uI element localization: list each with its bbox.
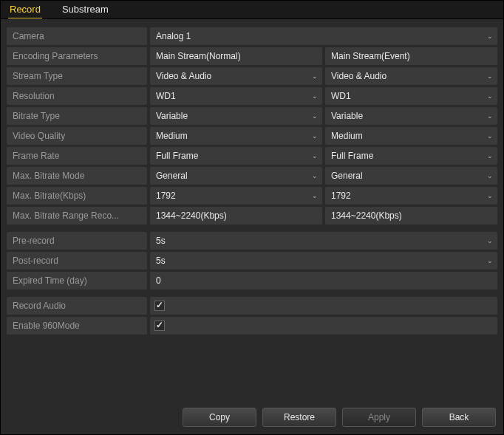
encoding-normal-value: Main Stream(Normal)	[156, 51, 241, 61]
max-bitrate-mode-event-select[interactable]: General ⌄	[325, 167, 497, 185]
chevron-down-icon: ⌄	[312, 152, 318, 160]
resolution-normal-value: WD1	[156, 91, 176, 101]
video-quality-event-select[interactable]: Medium ⌄	[325, 127, 497, 145]
tab-substream[interactable]: Substream	[61, 1, 110, 18]
chevron-down-icon: ⌄	[312, 132, 318, 140]
enable-960-checkbox[interactable]	[154, 321, 165, 331]
label-stream-type: Stream Type	[7, 67, 147, 85]
label-camera: Camera	[7, 27, 147, 45]
max-bitrate-mode-normal-value: General	[156, 171, 188, 181]
tab-record[interactable]: Record	[8, 1, 42, 18]
record-settings-window: Record Substream Camera Analog 1 ⌄ Encod…	[0, 0, 504, 435]
chevron-down-icon: ⌄	[312, 192, 318, 199]
bitrate-type-event-select[interactable]: Variable ⌄	[325, 107, 497, 125]
resolution-event-value: WD1	[331, 91, 351, 101]
camera-value: Analog 1	[156, 31, 191, 41]
stream-type-event-select[interactable]: Video & Audio ⌄	[325, 67, 497, 85]
max-bitrate-kbps-normal-value: 1792	[156, 191, 176, 201]
camera-select[interactable]: Analog 1 ⌄	[150, 27, 497, 45]
settings-form: Camera Analog 1 ⌄ Encoding Parameters Ma…	[7, 27, 497, 335]
button-bar: Copy Restore Apply Back	[1, 400, 503, 434]
video-quality-normal-value: Medium	[156, 131, 188, 141]
chevron-down-icon: ⌄	[487, 92, 493, 100]
max-bitrate-range-normal: 1344~2240(Kbps)	[150, 207, 322, 225]
content-area: Camera Analog 1 ⌄ Encoding Parameters Ma…	[1, 19, 503, 400]
resolution-normal-select[interactable]: WD1 ⌄	[150, 87, 322, 105]
label-resolution: Resolution	[7, 87, 147, 105]
post-record-value: 5s	[156, 256, 166, 266]
chevron-down-icon: ⌄	[487, 192, 493, 199]
chevron-down-icon: ⌄	[487, 237, 493, 244]
chevron-down-icon: ⌄	[312, 92, 318, 100]
frame-rate-event-select[interactable]: Full Frame ⌄	[325, 147, 497, 165]
resolution-event-select[interactable]: WD1 ⌄	[325, 87, 497, 105]
chevron-down-icon: ⌄	[487, 112, 493, 120]
label-max-bitrate-mode: Max. Bitrate Mode	[7, 167, 147, 185]
chevron-down-icon: ⌄	[487, 72, 493, 80]
label-video-quality: Video Quality	[7, 127, 147, 145]
label-max-bitrate-kbps: Max. Bitrate(Kbps)	[7, 187, 147, 205]
encoding-event-value: Main Stream(Event)	[331, 51, 410, 61]
restore-button[interactable]: Restore	[262, 408, 336, 427]
max-bitrate-mode-normal-select[interactable]: General ⌄	[150, 167, 322, 185]
label-record-audio: Record Audio	[7, 297, 147, 315]
label-max-bitrate-range: Max. Bitrate Range Reco...	[7, 207, 147, 225]
max-bitrate-range-normal-value: 1344~2240(Kbps)	[156, 210, 227, 221]
stream-type-normal-select[interactable]: Video & Audio ⌄	[150, 67, 322, 85]
back-button[interactable]: Back	[422, 408, 496, 427]
frame-rate-normal-value: Full Frame	[156, 151, 198, 161]
post-record-select[interactable]: 5s ⌄	[150, 252, 497, 270]
video-quality-normal-select[interactable]: Medium ⌄	[150, 127, 322, 145]
bitrate-type-normal-value: Variable	[156, 111, 188, 121]
chevron-down-icon: ⌄	[312, 172, 318, 179]
label-pre-record: Pre-record	[7, 232, 147, 250]
frame-rate-normal-select[interactable]: Full Frame ⌄	[150, 147, 322, 165]
max-bitrate-kbps-event-select[interactable]: 1792 ⌄	[325, 187, 497, 205]
record-audio-checkbox[interactable]	[154, 301, 165, 311]
frame-rate-event-value: Full Frame	[331, 151, 373, 161]
chevron-down-icon: ⌄	[312, 72, 318, 80]
label-expired-time: Expired Time (day)	[7, 272, 147, 290]
chevron-down-icon: ⌄	[487, 257, 493, 264]
pre-record-select[interactable]: 5s ⌄	[150, 232, 497, 250]
chevron-down-icon: ⌄	[487, 132, 493, 140]
encoding-normal-header: Main Stream(Normal)	[150, 47, 322, 65]
max-bitrate-kbps-normal-select[interactable]: 1792 ⌄	[150, 187, 322, 205]
bitrate-type-event-value: Variable	[331, 111, 363, 121]
video-quality-event-value: Medium	[331, 131, 363, 141]
chevron-down-icon: ⌄	[312, 112, 318, 120]
chevron-down-icon: ⌄	[487, 152, 493, 160]
encoding-event-header: Main Stream(Event)	[325, 47, 497, 65]
copy-button[interactable]: Copy	[183, 408, 256, 427]
label-enable-960: Enable 960Mode	[7, 317, 147, 335]
record-audio-field	[150, 297, 497, 315]
bitrate-type-normal-select[interactable]: Variable ⌄	[150, 107, 322, 125]
max-bitrate-kbps-event-value: 1792	[331, 191, 351, 201]
expired-time-input[interactable]: 0	[150, 272, 497, 290]
expired-time-value: 0	[156, 275, 161, 286]
tab-bar: Record Substream	[1, 1, 503, 19]
stream-type-event-value: Video & Audio	[331, 71, 386, 81]
pre-record-value: 5s	[156, 236, 166, 246]
apply-button[interactable]: Apply	[342, 408, 416, 427]
enable-960-field	[150, 317, 497, 335]
max-bitrate-mode-event-value: General	[331, 171, 363, 181]
label-bitrate-type: Bitrate Type	[7, 107, 147, 125]
label-post-record: Post-record	[7, 252, 147, 270]
max-bitrate-range-event-value: 1344~2240(Kbps)	[331, 210, 402, 221]
chevron-down-icon: ⌄	[487, 32, 493, 40]
max-bitrate-range-event: 1344~2240(Kbps)	[325, 207, 497, 225]
label-frame-rate: Frame Rate	[7, 147, 147, 165]
stream-type-normal-value: Video & Audio	[156, 71, 211, 81]
chevron-down-icon: ⌄	[487, 172, 493, 179]
label-encoding: Encoding Parameters	[7, 47, 147, 65]
